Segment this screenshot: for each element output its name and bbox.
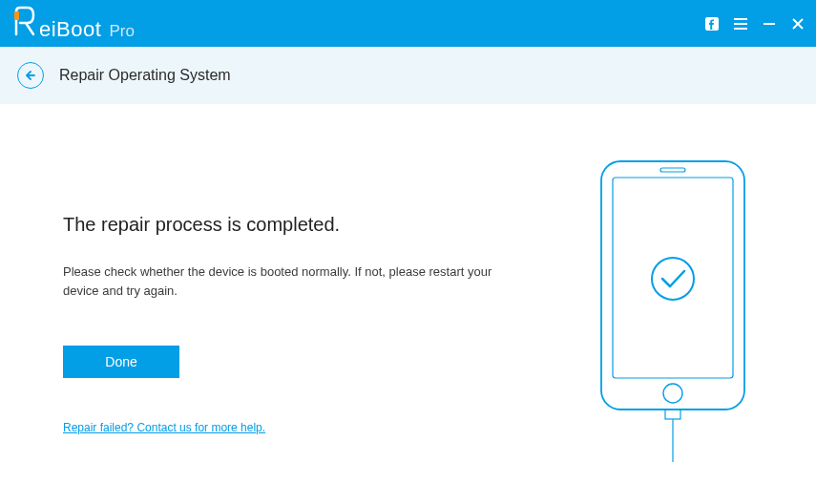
done-button[interactable]: Done xyxy=(63,346,179,378)
status-heading: The repair process is completed. xyxy=(63,214,502,236)
titlebar-left: eiBoot Pro xyxy=(14,6,135,42)
svg-rect-13 xyxy=(665,410,680,419)
content-left: The repair process is completed. Please … xyxy=(63,214,502,462)
subheader: Repair Operating System xyxy=(0,47,816,104)
svg-rect-9 xyxy=(613,178,733,378)
svg-point-12 xyxy=(652,258,694,300)
titlebar: eiBoot Pro xyxy=(0,0,816,47)
phone-checkmark-icon xyxy=(592,157,754,462)
svg-point-11 xyxy=(663,384,682,403)
svg-rect-10 xyxy=(660,168,685,172)
back-button[interactable] xyxy=(17,62,44,89)
titlebar-controls xyxy=(703,15,806,32)
app-logo: eiBoot Pro xyxy=(14,6,135,42)
back-icon xyxy=(25,70,36,81)
page-title: Repair Operating System xyxy=(59,67,231,84)
app-edition: Pro xyxy=(109,22,134,41)
content-right xyxy=(577,157,768,462)
status-description: Please check whether the device is boote… xyxy=(63,262,492,300)
svg-rect-8 xyxy=(601,161,744,410)
close-icon[interactable] xyxy=(789,15,806,32)
help-link[interactable]: Repair failed? Contact us for more help. xyxy=(63,421,265,434)
reiboot-logo-icon xyxy=(14,6,35,36)
facebook-icon[interactable] xyxy=(703,15,721,32)
app-name: eiBoot xyxy=(39,17,101,42)
main-content: The repair process is completed. Please … xyxy=(0,104,816,462)
menu-icon[interactable] xyxy=(732,15,749,32)
svg-rect-0 xyxy=(14,11,19,20)
minimize-icon[interactable] xyxy=(761,15,778,32)
